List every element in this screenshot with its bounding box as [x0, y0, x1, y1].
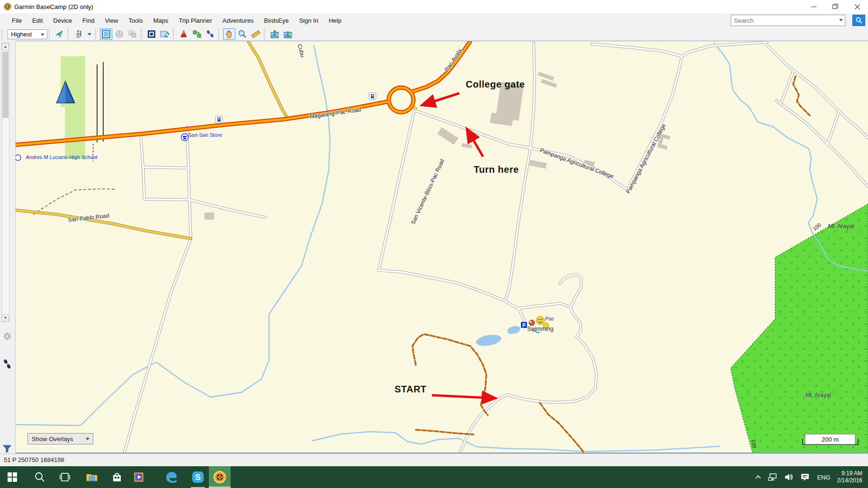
- menu-item-tools[interactable]: Tools: [123, 15, 148, 27]
- swimming-poi-cluster: P: [521, 316, 549, 333]
- college-gate-arrow: [424, 93, 459, 105]
- waypoint-flag-icon: [179, 29, 188, 39]
- search-button[interactable]: [852, 15, 865, 26]
- detail-level-dropdown[interactable]: Highest: [8, 29, 47, 39]
- screen: Garmin BaseCamp (2D only) FileEditDevice…: [0, 0, 868, 488]
- fuel-icon: [215, 116, 223, 123]
- menu-item-help[interactable]: Help: [323, 15, 347, 27]
- network-icon[interactable]: [768, 473, 778, 481]
- menu-item-edit[interactable]: Edit: [27, 15, 48, 27]
- route-icon: [192, 29, 202, 39]
- refresh-map-button[interactable]: [159, 28, 171, 40]
- pan-tool-button[interactable]: [223, 28, 235, 40]
- activity-profile-button[interactable]: [72, 28, 85, 40]
- menu-item-sign-in[interactable]: Sign In: [294, 15, 323, 27]
- search-icon: [35, 472, 45, 482]
- measure-tool-button[interactable]: [250, 28, 262, 40]
- transparency-icon: [128, 29, 137, 39]
- show-overlays-dropdown[interactable]: Show Overlays: [27, 433, 93, 444]
- toolbar-grip: [173, 29, 175, 39]
- hand-icon: [224, 29, 234, 39]
- gear-icon[interactable]: [1, 330, 13, 342]
- park-area: [61, 56, 85, 159]
- skype-icon: S: [191, 470, 205, 484]
- skype-button[interactable]: S: [187, 466, 209, 488]
- toolbar-grip: [264, 29, 266, 39]
- filter-funnel-icon[interactable]: [1, 443, 13, 454]
- junction-node: [414, 107, 417, 110]
- file-explorer-button[interactable]: [81, 466, 103, 488]
- hiker-icon: [74, 29, 83, 39]
- dashed-path: [93, 144, 93, 161]
- magnifier-icon: [238, 29, 247, 39]
- scale-bar-value: 200 m: [822, 436, 839, 443]
- menu-item-adventures[interactable]: Adventures: [217, 15, 259, 27]
- menu-item-trip-planner[interactable]: Trip Planner: [174, 15, 217, 27]
- toolbar-grip: [1, 29, 4, 39]
- folder-icon: [86, 472, 98, 482]
- activity-profile-caret[interactable]: [86, 28, 93, 40]
- notifications-icon[interactable]: [800, 473, 810, 481]
- send-icon: [55, 29, 64, 39]
- import-button[interactable]: [268, 28, 281, 40]
- import-icon: [269, 29, 280, 39]
- track-footprints-icon[interactable]: [1, 359, 13, 370]
- search-dropdown-caret-icon[interactable]: [839, 19, 843, 21]
- minimize-button[interactable]: [803, 0, 824, 13]
- map-pane-button[interactable]: [100, 28, 112, 40]
- menu-item-birdseye[interactable]: BirdsEye: [259, 15, 294, 27]
- search-input[interactable]: [731, 15, 845, 26]
- app-icon: [4, 3, 11, 10]
- zoom-tool-button[interactable]: [236, 28, 249, 40]
- volume-icon[interactable]: [784, 473, 794, 481]
- fuel-icon: [369, 93, 376, 100]
- windows-logo-icon: [8, 472, 17, 482]
- menu-item-device[interactable]: Device: [48, 15, 77, 27]
- play-icon: [133, 471, 144, 483]
- show-overlays-label: Show Overlays: [32, 435, 73, 443]
- svg-text:P: P: [522, 323, 526, 328]
- sidebar-scrollbar[interactable]: ▲ ▼: [1, 43, 9, 322]
- menu-item-find[interactable]: Find: [77, 15, 99, 27]
- map-refresh-icon: [160, 29, 170, 39]
- taskbar-search-button[interactable]: [29, 466, 51, 488]
- chevron-down-icon: [88, 33, 91, 35]
- school-icon: [16, 155, 21, 160]
- scrollbar-thumb[interactable]: [2, 52, 9, 118]
- transparency-button[interactable]: [126, 28, 139, 40]
- new-waypoint-button[interactable]: [178, 28, 190, 40]
- close-button[interactable]: [846, 0, 868, 13]
- clock[interactable]: 9:19 AM 2/14/2016: [837, 470, 862, 484]
- export-icon: [283, 29, 293, 39]
- restore-button[interactable]: [824, 0, 846, 13]
- task-view-button[interactable]: [54, 466, 76, 488]
- menu-item-maps[interactable]: Maps: [148, 15, 174, 27]
- footprints-icon: [206, 29, 215, 39]
- edge-button[interactable]: [161, 466, 182, 488]
- map-viewport[interactable]: P: [16, 41, 868, 453]
- menu-item-file[interactable]: File: [7, 15, 27, 27]
- start-button[interactable]: [1, 466, 23, 488]
- movies-tv-button[interactable]: [128, 466, 150, 488]
- language-indicator[interactable]: ENG: [817, 474, 830, 481]
- store-bag-icon: [112, 472, 122, 482]
- toolbar-grip: [49, 29, 51, 39]
- scroll-down-icon[interactable]: ▼: [2, 314, 9, 321]
- left-sidebar: ▲ ▼: [0, 41, 16, 453]
- new-track-button[interactable]: [204, 28, 216, 40]
- export-button[interactable]: [282, 28, 294, 40]
- forest-area: [731, 204, 868, 453]
- menu-item-view[interactable]: View: [99, 15, 123, 27]
- 3d-view-button[interactable]: [113, 28, 125, 40]
- hidden-icons-chevron[interactable]: [755, 475, 761, 479]
- new-route-button[interactable]: [191, 28, 203, 40]
- chevron-down-icon: [41, 34, 45, 36]
- scroll-up-icon[interactable]: ▲: [2, 43, 9, 50]
- edge-icon: [165, 470, 178, 484]
- send-to-device-button[interactable]: [54, 28, 66, 40]
- ruler-icon: [251, 29, 261, 39]
- toolbar-grip: [95, 29, 98, 39]
- garmin-basecamp-button[interactable]: [209, 466, 231, 488]
- full-screen-map-button[interactable]: [145, 28, 158, 40]
- store-button[interactable]: [106, 466, 128, 488]
